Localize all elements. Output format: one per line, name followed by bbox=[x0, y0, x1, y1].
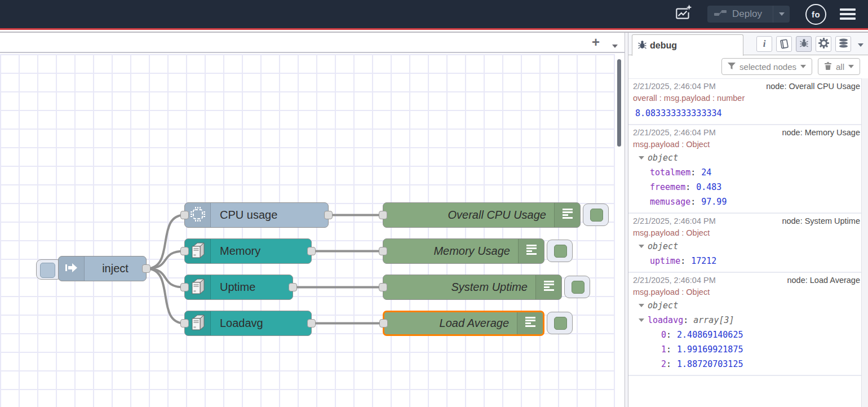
debug-toolbar: selected nodes all bbox=[628, 55, 868, 78]
debug-clear-button[interactable]: all bbox=[818, 58, 860, 75]
debug-message-meta: 2/21/2025, 2:46:04 PM node: Overall CPU … bbox=[633, 81, 860, 92]
source-node-name[interactable]: node: Overall CPU Usage bbox=[766, 81, 860, 92]
debug-toggle-button[interactable] bbox=[564, 276, 590, 298]
collapse-caret-icon[interactable] bbox=[639, 304, 644, 307]
canvas-scrollbar-track[interactable] bbox=[615, 54, 625, 407]
debug-lines-icon bbox=[560, 206, 575, 224]
debug-toggle-inner bbox=[554, 317, 567, 330]
trash-icon bbox=[824, 61, 832, 72]
array-entry[interactable]: 2:1.88720703125 bbox=[633, 357, 860, 371]
output-port[interactable] bbox=[289, 283, 297, 291]
wire[interactable] bbox=[147, 269, 184, 287]
debug-toggle-inner bbox=[554, 245, 567, 258]
debug-filter-label: selected nodes bbox=[739, 62, 796, 72]
object-entry[interactable]: uptime:17212 bbox=[633, 254, 860, 268]
input-port[interactable] bbox=[180, 283, 189, 291]
debug-scrollbar-gutter[interactable] bbox=[861, 78, 868, 407]
array-entry[interactable]: 1:1.99169921875 bbox=[633, 342, 860, 357]
filter-funnel-icon bbox=[728, 62, 736, 72]
filter-caret-icon bbox=[800, 65, 806, 68]
node-debug-memory[interactable]: Memory Usage bbox=[383, 238, 544, 264]
object-row[interactable]: object bbox=[633, 239, 860, 254]
sidebar-menu-button[interactable] bbox=[858, 39, 863, 49]
input-port[interactable] bbox=[379, 319, 388, 328]
payload-path: msg.payload : Object bbox=[633, 227, 860, 239]
debug-message-meta: 2/21/2025, 2:46:04 PM node: System Uptim… bbox=[633, 215, 860, 227]
input-port[interactable] bbox=[379, 283, 387, 291]
debug-message-list: 2/21/2025, 2:46:04 PM node: Overall CPU … bbox=[628, 78, 861, 407]
debug-lines-icon bbox=[522, 315, 538, 333]
debug-toggle-button[interactable] bbox=[583, 203, 609, 226]
object-entry[interactable]: totalmem:24 bbox=[633, 165, 860, 180]
wire[interactable] bbox=[147, 251, 184, 269]
add-flow-button[interactable]: + bbox=[592, 34, 600, 51]
debug-filter-button[interactable]: selected nodes bbox=[721, 58, 812, 75]
payload-path: msg.payload : Object bbox=[633, 286, 860, 298]
input-port[interactable] bbox=[180, 247, 189, 255]
node-cpu-usage[interactable]: CPU usage bbox=[184, 202, 329, 228]
deploy-button-main[interactable]: Deploy bbox=[707, 8, 773, 20]
input-port[interactable] bbox=[379, 211, 387, 219]
debug-message[interactable]: 2/21/2025, 2:46:04 PM node: Load Average… bbox=[628, 273, 861, 376]
node-memory[interactable]: Memory bbox=[184, 238, 312, 264]
debug-toggle-button[interactable] bbox=[547, 240, 573, 262]
source-node-name[interactable]: node: Load Average bbox=[787, 275, 860, 286]
node-uptime[interactable]: Uptime bbox=[184, 275, 293, 300]
timestamp: 2/21/2025, 2:46:04 PM bbox=[633, 127, 716, 139]
input-port[interactable] bbox=[379, 247, 387, 255]
node-inject[interactable]: inject bbox=[58, 256, 147, 281]
computer-tower-icon bbox=[189, 277, 206, 298]
deploy-options-button[interactable] bbox=[773, 6, 790, 23]
debug-toggle-inner bbox=[572, 281, 584, 294]
main-area: + bbox=[0, 32, 868, 407]
input-port[interactable] bbox=[180, 211, 189, 219]
node-debug-uptime[interactable]: System Uptime bbox=[383, 275, 562, 300]
help-button[interactable] bbox=[776, 36, 792, 52]
config-nodes-button[interactable] bbox=[816, 36, 831, 52]
collapse-caret-icon[interactable] bbox=[639, 318, 644, 322]
output-port[interactable] bbox=[324, 211, 333, 219]
flow-list-button[interactable] bbox=[612, 40, 618, 50]
output-port[interactable] bbox=[142, 264, 150, 273]
node-label: Overall CPU Usage bbox=[383, 203, 554, 227]
array-entry[interactable]: 0:2.40869140625 bbox=[633, 328, 860, 342]
canvas-scrollbar-thumb[interactable] bbox=[617, 59, 621, 147]
wires-layer bbox=[0, 54, 615, 407]
sidebar-resize-handle[interactable] bbox=[625, 33, 628, 407]
debug-message[interactable]: 2/21/2025, 2:46:04 PM node: Overall CPU … bbox=[628, 79, 861, 125]
debug-toggle-button[interactable] bbox=[547, 312, 573, 334]
object-entry[interactable]: freemem:0.483 bbox=[633, 180, 860, 194]
node-debug-overall-cpu[interactable]: Overall CPU Usage bbox=[383, 202, 581, 228]
object-row[interactable]: object bbox=[633, 151, 860, 165]
node-debug-load-average[interactable]: Load Average bbox=[383, 311, 544, 336]
output-port[interactable] bbox=[307, 247, 316, 255]
node-loadavg[interactable]: Loadavg bbox=[184, 311, 312, 336]
info-button[interactable]: i bbox=[756, 36, 772, 52]
debug-message[interactable]: 2/21/2025, 2:46:04 PM node: Memory Usage… bbox=[628, 125, 861, 214]
deploy-button[interactable]: Deploy bbox=[707, 6, 790, 23]
object-row[interactable]: object bbox=[633, 298, 860, 313]
main-menu-button[interactable] bbox=[840, 8, 856, 20]
cpu-chip-icon bbox=[189, 206, 206, 225]
debug-sidebar-button[interactable] bbox=[796, 36, 812, 52]
deploy-icon bbox=[714, 8, 727, 20]
tab-debug[interactable]: debug bbox=[632, 34, 743, 56]
deploy-caret-icon bbox=[779, 12, 785, 16]
user-avatar[interactable]: fo bbox=[805, 4, 826, 25]
context-data-button[interactable] bbox=[835, 36, 851, 52]
flow-assistant-button[interactable] bbox=[674, 4, 693, 24]
hamburger-icon bbox=[840, 8, 856, 11]
source-node-name[interactable]: node: Memory Usage bbox=[782, 127, 860, 139]
payload-value[interactable]: 8.083333333333334 bbox=[633, 104, 860, 121]
collapse-caret-icon[interactable] bbox=[639, 245, 644, 248]
flow-canvas[interactable]: inject CPU usage bbox=[0, 54, 615, 407]
bug-icon bbox=[800, 38, 808, 50]
debug-message[interactable]: 2/21/2025, 2:46:04 PM node: System Uptim… bbox=[628, 214, 861, 273]
source-node-name[interactable]: node: System Uptime bbox=[782, 215, 860, 227]
output-port[interactable] bbox=[307, 319, 316, 328]
timestamp: 2/21/2025, 2:46:04 PM bbox=[633, 215, 716, 227]
collapse-caret-icon[interactable] bbox=[639, 156, 644, 160]
object-entry[interactable]: memusage:97.99 bbox=[633, 194, 860, 209]
input-port[interactable] bbox=[180, 319, 189, 328]
array-row[interactable]: loadavg: array[3] bbox=[633, 313, 860, 328]
